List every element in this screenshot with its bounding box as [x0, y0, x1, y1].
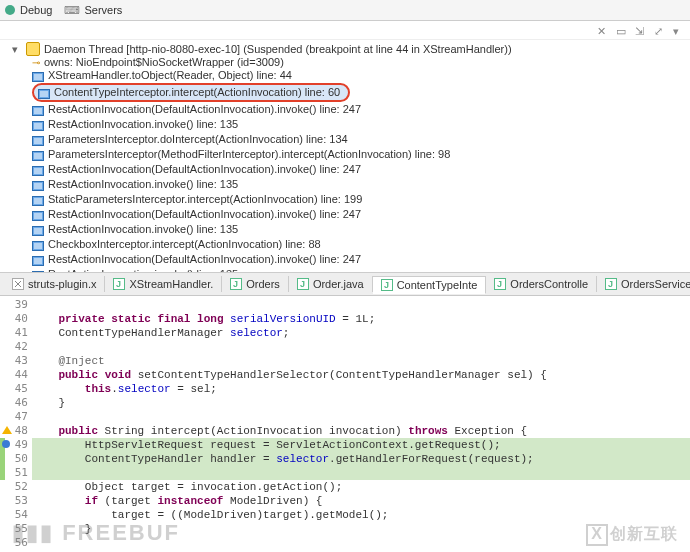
debug-pane-toolbar: ✕ ▭ ⇲ ⤢ ▾ [0, 21, 690, 40]
key-icon: ⊸ [32, 57, 40, 68]
editor-tab-label: struts-plugin.x [28, 278, 96, 290]
stack-frame[interactable]: RestActionInvocation.invoke() line: 135 [32, 222, 690, 237]
stack-frame[interactable]: ParametersInterceptor.doIntercept(Action… [32, 132, 690, 147]
svg-text:J: J [300, 279, 305, 289]
code-editor[interactable]: 3940414243444546474849505152535455565758… [0, 296, 690, 552]
stack-frame-label: RestActionInvocation.invoke() line: 135 [48, 222, 238, 237]
bug-icon [4, 4, 16, 16]
svg-text:J: J [608, 279, 613, 289]
stack-frame-icon [38, 88, 50, 98]
svg-point-0 [5, 5, 15, 15]
editor-tab-label: OrdersService.j [621, 278, 690, 290]
stack-frame-label: ParametersInterceptor.doIntercept(Action… [48, 132, 348, 147]
thread-icon [26, 42, 40, 56]
java-file-icon: J [230, 278, 242, 290]
remove-terminated-icon[interactable]: ✕ [597, 25, 608, 36]
stack-frame[interactable]: ParametersInterceptor(MethodFilterInterc… [32, 147, 690, 162]
editor-tab-label: Order.java [313, 278, 364, 290]
java-file-icon: J [494, 278, 506, 290]
stack-frame-icon [32, 105, 44, 115]
stack-frame[interactable]: ContentTypeInterceptor.intercept(ActionI… [32, 83, 690, 102]
stack-frame-icon [32, 120, 44, 130]
editor-tab[interactable]: JXStreamHandler. [105, 276, 222, 292]
owns-row[interactable]: ⊸ owns: NioEndpoint$NioSocketWrapper (id… [32, 56, 690, 68]
stack-frame-icon [32, 255, 44, 265]
stack-frame-icon [32, 195, 44, 205]
svg-text:J: J [497, 279, 502, 289]
stack-frame-icon [32, 210, 44, 220]
thread-label: Daemon Thread [http-nio-8080-exec-10] (S… [44, 43, 512, 55]
stack-frame-label: RestActionInvocation(DefaultActionInvoca… [48, 162, 361, 177]
stack-frame-icon [32, 240, 44, 250]
stack-frame-label: ContentTypeInterceptor.intercept(ActionI… [54, 85, 340, 100]
tab-debug[interactable]: Debug [4, 4, 52, 16]
stack-frame-icon [32, 225, 44, 235]
layout-icon[interactable]: ▭ [616, 25, 627, 36]
editor-tab-bar: struts-plugin.xJXStreamHandler.JOrdersJO… [0, 272, 690, 296]
menu-icon[interactable]: ▾ [673, 25, 684, 36]
debug-stack-pane: ▾ Daemon Thread [http-nio-8080-exec-10] … [0, 40, 690, 272]
stack-frame-label: RestActionInvocation(DefaultActionInvoca… [48, 102, 361, 117]
editor-tab[interactable]: JOrdersService.j [597, 276, 690, 292]
view-tabs: Debug ⌨ Servers [0, 0, 690, 21]
thread-row[interactable]: ▾ Daemon Thread [http-nio-8080-exec-10] … [12, 42, 690, 56]
stack-frame[interactable]: RestActionInvocation.invoke() line: 135 [32, 177, 690, 192]
stack-frame-label: RestActionInvocation(DefaultActionInvoca… [48, 207, 361, 222]
svg-text:J: J [384, 280, 389, 290]
svg-text:J: J [116, 279, 121, 289]
stack-frame-icon [32, 150, 44, 160]
pin-icon[interactable]: ⤢ [654, 25, 665, 36]
stack-frame-label: RestActionInvocation.invoke() line: 135 [48, 117, 238, 132]
stack-frame[interactable]: RestActionInvocation(DefaultActionInvoca… [32, 252, 690, 267]
tab-label: Servers [84, 4, 122, 16]
owns-label: owns: NioEndpoint$NioSocketWrapper (id=3… [44, 56, 284, 68]
xml-file-icon [12, 278, 24, 290]
svg-text:J: J [233, 279, 238, 289]
expand-icon[interactable]: ▾ [12, 43, 22, 56]
stack-frame-label: RestActionInvocation.invoke() line: 135 [48, 267, 238, 272]
stack-frame-label: StaticParametersInterceptor.intercept(Ac… [48, 192, 362, 207]
code-area[interactable]: private static final long serialVersionU… [32, 296, 690, 552]
stack-frame[interactable]: RestActionInvocation.invoke() line: 135 [32, 117, 690, 132]
stack-frame[interactable]: XStreamHandler.toObject(Reader, Object) … [32, 68, 690, 83]
stack-frame-label: RestActionInvocation(DefaultActionInvoca… [48, 252, 361, 267]
stack-frame[interactable]: StaticParametersInterceptor.intercept(Ac… [32, 192, 690, 207]
tab-servers[interactable]: ⌨ Servers [64, 4, 122, 17]
stack-frame-label: XStreamHandler.toObject(Reader, Object) … [48, 68, 292, 83]
stack-frame[interactable]: CheckboxInterceptor.intercept(ActionInvo… [32, 237, 690, 252]
editor-tab[interactable]: JOrders [222, 276, 289, 292]
java-file-icon: J [605, 278, 617, 290]
line-gutter: 3940414243444546474849505152535455565758… [0, 296, 32, 552]
stack-frame-icon [32, 165, 44, 175]
stack-frame-icon [32, 135, 44, 145]
stack-frame-label: ParametersInterceptor(MethodFilterInterc… [48, 147, 450, 162]
editor-tab[interactable]: JOrder.java [289, 276, 373, 292]
collapse-icon[interactable]: ⇲ [635, 25, 646, 36]
editor-tab[interactable]: struts-plugin.x [4, 276, 105, 292]
stack-frame-icon [32, 270, 44, 273]
stack-frame-label: CheckboxInterceptor.intercept(ActionInvo… [48, 237, 321, 252]
java-file-icon: J [113, 278, 125, 290]
stack-frame[interactable]: RestActionInvocation(DefaultActionInvoca… [32, 162, 690, 177]
stack-frame-icon [32, 71, 44, 81]
stack-frame-label: RestActionInvocation.invoke() line: 135 [48, 177, 238, 192]
servers-icon: ⌨ [64, 4, 80, 17]
editor-tab[interactable]: JOrdersControlle [486, 276, 597, 292]
stack-frame-icon [32, 180, 44, 190]
stack-frame[interactable]: RestActionInvocation(DefaultActionInvoca… [32, 102, 690, 117]
editor-tab-label: ContentTypeInte [397, 279, 478, 291]
editor-tab[interactable]: JContentTypeInte [373, 276, 487, 294]
editor-tab-label: XStreamHandler. [129, 278, 213, 290]
java-file-icon: J [297, 278, 309, 290]
stack-frame[interactable]: RestActionInvocation(DefaultActionInvoca… [32, 207, 690, 222]
svg-rect-53 [33, 271, 44, 272]
java-file-icon: J [381, 279, 393, 291]
editor-tab-label: OrdersControlle [510, 278, 588, 290]
editor-tab-label: Orders [246, 278, 280, 290]
tab-label: Debug [20, 4, 52, 16]
